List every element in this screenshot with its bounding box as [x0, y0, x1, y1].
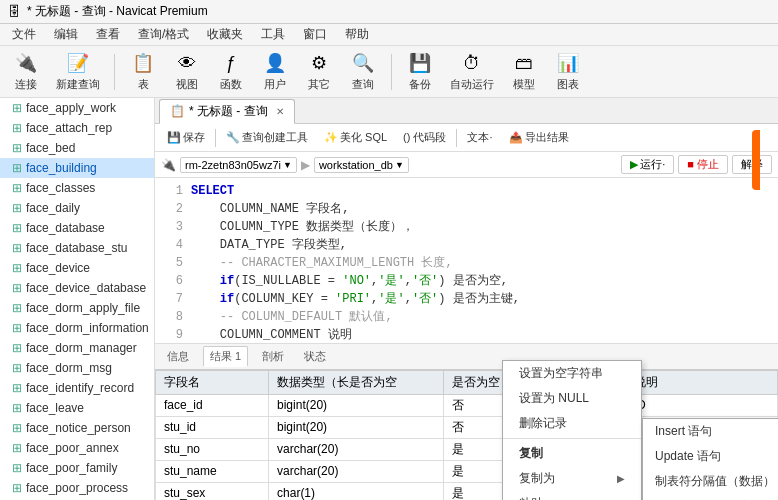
sidebar-item-face_poor_family[interactable]: ⊞face_poor_family	[0, 458, 154, 478]
sidebar-item-face_apply_work[interactable]: ⊞face_apply_work	[0, 98, 154, 118]
tab-status[interactable]: 状态	[298, 347, 332, 366]
line-content: -- CHARACTER_MAXIMUM_LENGTH 长度,	[191, 254, 453, 272]
line-num: 6	[163, 272, 183, 290]
sidebar-item-face_dorm_apply_file[interactable]: ⊞face_dorm_apply_file	[0, 298, 154, 318]
sidebar-item-face_dorm_msg[interactable]: ⊞face_dorm_msg	[0, 358, 154, 378]
sidebar-item-face_leave[interactable]: ⊞face_leave	[0, 398, 154, 418]
sidebar-label: face_dorm_information	[26, 321, 149, 335]
toolbar-btn-function[interactable]: ƒ函数	[211, 48, 251, 95]
menu-工具[interactable]: 工具	[253, 24, 293, 45]
tab-cut[interactable]: 剖析	[256, 347, 290, 366]
db-dropdown-icon: ▼	[395, 160, 404, 170]
menu-查看[interactable]: 查看	[88, 24, 128, 45]
tab-close[interactable]: ✕	[276, 106, 284, 117]
toolbar-btn-query[interactable]: 🔍查询	[343, 48, 383, 95]
col-type: 数据类型（长是否为空	[269, 370, 444, 394]
tab-info[interactable]: 信息	[161, 347, 195, 366]
sidebar-item-face_device[interactable]: ⊞face_device	[0, 258, 154, 278]
sidebar-item-face_attach_rep[interactable]: ⊞face_attach_rep	[0, 118, 154, 138]
sidebar-item-face_database_stu[interactable]: ⊞face_database_stu	[0, 238, 154, 258]
toolbar-btn-chart[interactable]: 📊图表	[548, 48, 588, 95]
conn-name: rm-2zetn83n05wz7i	[185, 159, 281, 171]
toolbar-label-other: 其它	[308, 77, 330, 92]
sidebar-item-face_building[interactable]: ⊞face_building	[0, 158, 154, 178]
sql-editor[interactable]: 1SELECT2 COLUMN_NAME 字段名,3 COLUMN_TYPE 数…	[155, 178, 778, 344]
text-btn[interactable]: 文本·	[461, 128, 498, 147]
beautify-btn[interactable]: ✨ 美化 SQL	[318, 128, 393, 147]
sub-tab-field[interactable]: 制表符分隔值（字段名）	[643, 494, 778, 500]
submenu: Insert 语句 Update 语句 制表符分隔值（数据） 制表符分隔值（字段…	[642, 418, 778, 500]
sidebar-item-face_classes[interactable]: ⊞face_classes	[0, 178, 154, 198]
toolbar-btn-user[interactable]: 👤用户	[255, 48, 295, 95]
toolbar-btn-view[interactable]: 👁视图	[167, 48, 207, 95]
sidebar-item-face_database[interactable]: ⊞face_database	[0, 218, 154, 238]
toolbar-btn-other[interactable]: ⚙其它	[299, 48, 339, 95]
sub-tab-data[interactable]: 制表符分隔值（数据）	[643, 469, 778, 494]
menu-bar: 文件编辑查看查询/格式收藏夹工具窗口帮助	[0, 24, 778, 46]
stop-btn[interactable]: ■ 停止	[678, 155, 728, 174]
toolbar-btn-connect[interactable]: 🔌连接	[6, 48, 46, 95]
cell-type: char(1)	[269, 482, 444, 500]
menu-文件[interactable]: 文件	[4, 24, 44, 45]
sidebar-item-face_daily[interactable]: ⊞face_daily	[0, 198, 154, 218]
toolbar-btn-table[interactable]: 📋表	[123, 48, 163, 95]
sidebar-item-face_bed[interactable]: ⊞face_bed	[0, 138, 154, 158]
query-tab[interactable]: 📋 * 无标题 - 查询 ✕	[159, 99, 295, 124]
cell-type: bigint(20)	[269, 394, 444, 416]
menu-帮助[interactable]: 帮助	[337, 24, 377, 45]
line-content: COLUMN_TYPE 数据类型（长度），	[191, 218, 414, 236]
sidebar-item-face_device_database[interactable]: ⊞face_device_database	[0, 278, 154, 298]
sub-update[interactable]: Update 语句	[643, 444, 778, 469]
sub-insert[interactable]: Insert 语句	[643, 419, 778, 444]
ctx-set-null[interactable]: 设置为 NULL	[503, 386, 641, 411]
table-icon: ⊞	[12, 161, 22, 175]
db-selector[interactable]: workstation_db ▼	[314, 157, 409, 173]
toolbar-btn-model[interactable]: 🗃模型	[504, 48, 544, 95]
cell-desc: ID	[625, 394, 777, 416]
table-icon: ⊞	[12, 361, 22, 375]
sidebar-item-face_dorm_information[interactable]: ⊞face_dorm_information	[0, 318, 154, 338]
query-toolbar: 💾 保存 🔧 查询创建工具 ✨ 美化 SQL () 代码段 文本· 📤 导出结果	[155, 124, 778, 152]
sidebar-item-face_identify_record[interactable]: ⊞face_identify_record	[0, 378, 154, 398]
sidebar-item-face_poor_annex[interactable]: ⊞face_poor_annex	[0, 438, 154, 458]
menu-收藏夹[interactable]: 收藏夹	[199, 24, 251, 45]
ctx-copy[interactable]: 复制	[503, 441, 641, 466]
conn-selector[interactable]: rm-2zetn83n05wz7i ▼	[180, 157, 297, 173]
toolbar-icon-other: ⚙	[305, 51, 333, 75]
builder-btn[interactable]: 🔧 查询创建工具	[220, 128, 314, 147]
ctx-paste[interactable]: 粘贴	[503, 491, 641, 500]
tab-result1[interactable]: 结果 1	[203, 346, 248, 367]
cell-field: stu_no	[156, 438, 269, 460]
sidebar-label: face_poor_process	[26, 481, 128, 495]
sidebar-label: face_database	[26, 221, 105, 235]
ctx-set-empty[interactable]: 设置为空字符串	[503, 361, 641, 386]
toolbar-label-chart: 图表	[557, 77, 579, 92]
ctx-delete[interactable]: 删除记录	[503, 411, 641, 436]
menu-编辑[interactable]: 编辑	[46, 24, 86, 45]
toolbar-icon-autorun: ⏱	[458, 51, 486, 75]
sidebar-item-face_notice_person[interactable]: ⊞face_notice_person	[0, 418, 154, 438]
sep2	[456, 129, 457, 147]
save-btn[interactable]: 💾 保存	[161, 128, 211, 147]
toolbar-icon-model: 🗃	[510, 51, 538, 75]
sidebar-item-face_poor_process[interactable]: ⊞face_poor_process	[0, 478, 154, 498]
toolbar-btn-autorun[interactable]: ⏱自动运行	[444, 48, 500, 95]
export-btn[interactable]: 📤 导出结果	[503, 128, 575, 147]
sidebar-item-face_dorm_manager[interactable]: ⊞face_dorm_manager	[0, 338, 154, 358]
run-btn[interactable]: ▶ 运行·	[621, 155, 674, 174]
sidebar-label: face_dorm_manager	[26, 341, 137, 355]
conn-icon: 🔌	[161, 158, 176, 172]
snippet-btn[interactable]: () 代码段	[397, 128, 452, 147]
toolbar-btn-new-query[interactable]: 📝新建查询	[50, 48, 106, 95]
sidebar-label: face_notice_person	[26, 421, 131, 435]
toolbar-icon-new-query: 📝	[64, 51, 92, 75]
line-content: -- COLUMN_DEFAULT 默认值,	[191, 308, 393, 326]
menu-窗口[interactable]: 窗口	[295, 24, 335, 45]
table-row[interactable]: face_id bigint(20) 否 是 ID	[156, 394, 778, 416]
sidebar-label: face_database_stu	[26, 241, 127, 255]
ctx-copy-as[interactable]: 复制为 ▶	[503, 466, 641, 491]
menu-查询/格式[interactable]: 查询/格式	[130, 24, 197, 45]
toolbar-btn-backup[interactable]: 💾备份	[400, 48, 440, 95]
line-num: 8	[163, 308, 183, 326]
toolbar-label-backup: 备份	[409, 77, 431, 92]
